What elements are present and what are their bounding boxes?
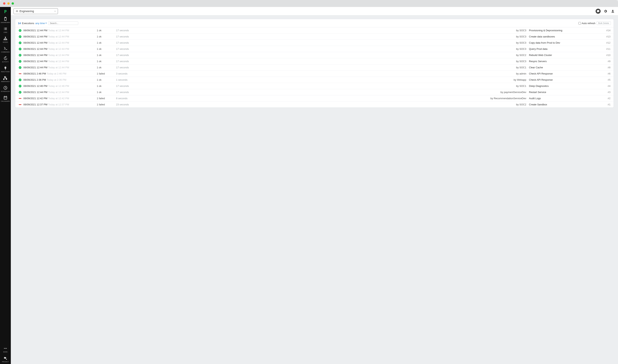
execution-summary: 1 ok bbox=[97, 48, 116, 50]
status-failed-icon bbox=[17, 73, 23, 74]
status-ok-icon bbox=[17, 41, 23, 44]
execution-row[interactable]: 06/09/2021 12:44 PMToday at 12:44 PM1 ok… bbox=[15, 65, 614, 71]
history-icon bbox=[3, 56, 8, 60]
nav-schedules[interactable]: SCHEDULES bbox=[0, 84, 11, 94]
execution-time: 06/09/2021 12:44 PMToday at 12:44 PM bbox=[23, 41, 97, 44]
execution-row[interactable]: 06/09/2021 12:37 PMToday at 12:37 PM1 fa… bbox=[15, 102, 614, 107]
execution-summary: 1 failed bbox=[97, 97, 116, 100]
execution-time-absolute: 06/09/2021 2:46 PM bbox=[23, 72, 46, 75]
time-filter-label: any time bbox=[35, 22, 45, 25]
search-input[interactable] bbox=[48, 21, 78, 25]
project-selector[interactable]: Engineering bbox=[13, 8, 58, 14]
execution-user: by SOC3 bbox=[153, 60, 529, 63]
execution-summary: 1 ok bbox=[97, 29, 116, 32]
status-ok-icon bbox=[17, 78, 23, 81]
execution-number: #11 bbox=[600, 48, 612, 50]
nav-dashboard[interactable]: DASHBOARD bbox=[0, 15, 11, 25]
user-menu-button[interactable] bbox=[610, 9, 615, 14]
execution-time: 06/09/2021 12:44 PMToday at 12:44 PM bbox=[23, 66, 97, 69]
execution-row[interactable]: 06/09/2021 12:44 PMToday at 12:44 PM1 ok… bbox=[15, 89, 614, 95]
execution-time-absolute: 06/09/2021 12:44 PM bbox=[23, 48, 47, 50]
calendar-icon bbox=[3, 95, 8, 100]
svg-rect-2 bbox=[6, 39, 7, 40]
execution-time-relative: Today at 12:37 PM bbox=[48, 103, 69, 106]
execution-duration: 17 seconds bbox=[116, 41, 153, 44]
execution-row[interactable]: 06/09/2021 2:36 PMToday at 2:36 PM1 ok1 … bbox=[15, 77, 614, 83]
group-icon bbox=[16, 10, 18, 13]
execution-time: 06/09/2021 12:44 PMToday at 12:44 PM bbox=[23, 48, 97, 50]
nav-nodes[interactable]: NODES bbox=[0, 35, 11, 44]
execution-time-relative: Today at 12:44 PM bbox=[48, 60, 69, 63]
execution-summary: 1 ok bbox=[97, 91, 116, 94]
execution-duration: 17 seconds bbox=[116, 60, 153, 63]
bulk-delete-button[interactable]: Bulk Delete bbox=[597, 21, 611, 25]
execution-row[interactable]: 06/09/2021 12:46 PMToday at 12:46 PM1 ok… bbox=[15, 83, 614, 89]
nav-label: SCHEDULES bbox=[1, 91, 10, 92]
nav-label: PROJECT bbox=[2, 361, 9, 363]
nav-more[interactable]: MORE bbox=[0, 344, 11, 354]
app-logo[interactable]: P bbox=[4, 9, 7, 14]
status-ok-icon bbox=[17, 35, 23, 38]
execution-summary: 1 failed bbox=[97, 72, 116, 75]
execution-number: #5 bbox=[600, 78, 612, 81]
execution-time-relative: Today at 12:44 PM bbox=[48, 41, 69, 44]
nav-label: NODES bbox=[3, 41, 8, 43]
execution-number: #1 bbox=[600, 103, 612, 106]
execution-duration: 1 seconds bbox=[116, 78, 153, 81]
nav-label: MORE bbox=[3, 351, 8, 353]
execution-summary: 1 ok bbox=[97, 85, 116, 87]
status-ok-icon bbox=[17, 91, 23, 94]
gear-icon bbox=[604, 9, 607, 13]
window-zoom-button[interactable] bbox=[12, 2, 14, 5]
execution-row[interactable]: 06/09/2021 12:42 PMToday at 12:42 PM1 fa… bbox=[15, 95, 614, 102]
auto-refresh-checkbox[interactable] bbox=[578, 22, 581, 25]
execution-row[interactable]: 06/09/2021 12:44 PMToday at 12:44 PM1 ok… bbox=[15, 27, 614, 34]
nav-reactions[interactable]: REACTIONS bbox=[0, 64, 11, 74]
nav-project-settings[interactable]: PROJECT bbox=[0, 354, 11, 364]
execution-job: Audit Logs bbox=[529, 97, 600, 100]
svg-point-5 bbox=[5, 348, 6, 349]
nav-webhooks[interactable]: WEBHOOKS bbox=[0, 74, 11, 84]
execution-user: by SOC2 bbox=[153, 103, 529, 106]
execution-time: 06/09/2021 12:46 PMToday at 12:46 PM bbox=[23, 85, 97, 87]
auto-refresh-label: Auto refresh bbox=[582, 22, 595, 25]
execution-time: 06/09/2021 12:37 PMToday at 12:37 PM bbox=[23, 103, 97, 106]
auto-refresh-toggle[interactable]: Auto refresh bbox=[578, 22, 595, 25]
nav-jobs[interactable]: JOBS bbox=[0, 25, 11, 35]
settings-button[interactable] bbox=[603, 9, 608, 14]
nav-activity[interactable]: ACTIVITY bbox=[0, 54, 11, 64]
execution-duration: 8 seconds bbox=[116, 97, 153, 100]
execution-summary: 1 ok bbox=[97, 54, 116, 57]
nav-calendars[interactable]: CALENDARS bbox=[0, 94, 11, 104]
nav-commands[interactable]: COMMANDS bbox=[0, 44, 11, 54]
execution-time-relative: Today at 2:46 PM bbox=[47, 72, 66, 75]
execution-duration: 23 seconds bbox=[116, 103, 153, 106]
execution-duration: 17 seconds bbox=[116, 35, 153, 38]
execution-number: #9 bbox=[600, 60, 612, 63]
time-filter-link[interactable]: any time ▼ bbox=[35, 22, 47, 25]
help-chat-button[interactable] bbox=[596, 9, 601, 14]
execution-summary: 1 failed bbox=[97, 103, 116, 106]
window-minimize-button[interactable] bbox=[7, 2, 10, 5]
execution-row[interactable]: 06/09/2021 2:46 PMToday at 2:46 PM1 fail… bbox=[15, 71, 614, 77]
execution-time-absolute: 06/09/2021 12:44 PM bbox=[23, 41, 47, 44]
execution-number: #13 bbox=[600, 35, 612, 38]
execution-job: Rebuild Web Cluster bbox=[529, 54, 600, 57]
window-close-button[interactable] bbox=[3, 2, 5, 5]
execution-user: by admin bbox=[153, 72, 529, 75]
execution-summary: 1 ok bbox=[97, 41, 116, 44]
execution-row[interactable]: 06/09/2021 12:44 PMToday at 12:44 PM1 ok… bbox=[15, 52, 614, 58]
gears-icon bbox=[3, 356, 8, 360]
execution-row[interactable]: 06/09/2021 12:44 PMToday at 12:44 PM1 ok… bbox=[15, 46, 614, 52]
nav-label: JOBS bbox=[3, 32, 7, 33]
execution-row[interactable]: 06/09/2021 12:44 PMToday at 12:44 PM1 ok… bbox=[15, 34, 614, 40]
execution-number: #6 bbox=[600, 72, 612, 75]
execution-time-absolute: 06/09/2021 12:44 PM bbox=[23, 54, 47, 57]
nav-label: ACTIVITY bbox=[2, 61, 9, 63]
execution-job: Copy data from Prod to Dev bbox=[529, 41, 600, 44]
execution-row[interactable]: 06/09/2021 12:44 PMToday at 12:44 PM1 ok… bbox=[15, 40, 614, 46]
execution-number: #8 bbox=[600, 66, 612, 69]
execution-row[interactable]: 06/09/2021 12:44 PMToday at 12:44 PM1 ok… bbox=[15, 58, 614, 65]
execution-time: 06/09/2021 12:44 PMToday at 12:44 PM bbox=[23, 35, 97, 38]
execution-time: 06/09/2021 12:44 PMToday at 12:44 PM bbox=[23, 91, 97, 94]
